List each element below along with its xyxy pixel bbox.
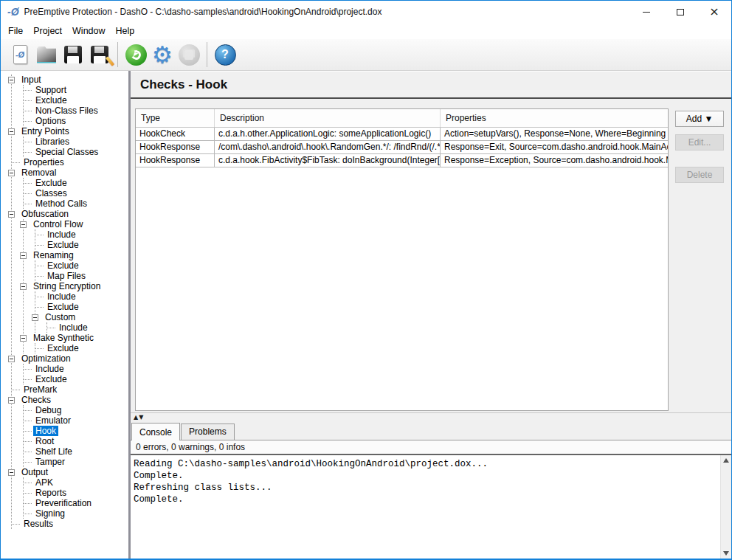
tree-collapse-icon[interactable] [8,77,15,83]
open-project-button[interactable] [33,41,60,68]
tree-item-control-flow[interactable]: Control Flow [24,219,128,229]
tree-item-hook[interactable]: Hook [24,426,128,436]
table-row[interactable]: HookResponse/com\.dasho\.android\.hook\.… [136,141,668,154]
console-scrollbar[interactable] [720,455,731,559]
tree-item-input[interactable]: Input [12,75,128,85]
tree-item-exclude[interactable]: Exclude [35,343,128,353]
close-button[interactable]: × [697,1,731,23]
tree-item-removal[interactable]: Removal [12,167,128,178]
menu-help[interactable]: Help [111,24,140,38]
tree-collapse-icon[interactable] [8,211,15,218]
build-button[interactable]: ⚙ [149,41,176,68]
tree-connector [24,204,32,204]
tree-item-libraries[interactable]: Libraries [24,136,128,147]
tree-item-premark[interactable]: PreMark [12,384,128,395]
tree-item-map-files[interactable]: Map Files [35,271,128,281]
tree-connector [12,162,20,163]
tree-item-support[interactable]: Support [24,85,128,95]
tree-item-checks[interactable]: Checks [12,395,128,405]
tree-item-include[interactable]: Include [24,364,128,374]
save-as-button[interactable] [86,41,113,68]
menu-window[interactable]: Window [67,24,110,38]
tree-connector [35,297,44,297]
tree-collapse-icon[interactable] [20,252,27,259]
tree-item-shelf-life[interactable]: Shelf Life [24,446,128,457]
tree-item-label: Method Calls [33,198,89,209]
tree-item-string-encryption[interactable]: String Encryption [24,281,128,291]
tree-item-exclude[interactable]: Exclude [35,240,128,250]
tree-item-output[interactable]: Output [12,467,128,477]
tree-collapse-icon[interactable] [8,356,15,362]
tree-item-exclude[interactable]: Exclude [24,178,128,188]
tree-item-options[interactable]: Options [24,116,128,126]
tree-item-non-class-files[interactable]: Non-Class Files [24,106,128,116]
tree-item-special-classes[interactable]: Special Classes [24,147,128,157]
tree-item-reports[interactable]: Reports [24,488,128,498]
tree-item-properties[interactable]: Properties [12,157,128,167]
tree-collapse-icon[interactable] [8,397,15,404]
tree-collapse-icon[interactable] [8,128,15,135]
maximize-button[interactable] [663,1,697,23]
toolbar-separator [117,42,118,67]
tree-collapse-icon[interactable] [8,469,15,476]
minimize-button[interactable] [629,1,663,23]
tree-item-obfuscation[interactable]: Obfuscation [12,209,128,219]
new-project-icon: -Ø [13,45,27,64]
scroll-up-icon[interactable] [723,458,729,463]
tree-item-signing[interactable]: Signing [24,508,128,519]
tree-collapse-icon[interactable] [20,283,27,290]
scroll-down-icon[interactable] [723,551,729,556]
table-cell: c.d.a.h.other.ApplicationLogic: someAppl… [215,128,441,140]
stop-button[interactable] [176,41,202,68]
tree-item-include[interactable]: Include [47,322,128,333]
tree-item-classes[interactable]: Classes [24,188,128,198]
tree-item-custom[interactable]: Custom [35,312,128,322]
tab-console[interactable]: Console [131,423,180,440]
tree-item-exclude[interactable]: Exclude [35,302,128,312]
collapse-down-icon[interactable]: ▼ [139,414,144,421]
help-button[interactable]: ? [212,41,238,68]
tree-connector [24,90,32,91]
tree-item-debug[interactable]: Debug [24,405,128,415]
tree-item-exclude[interactable]: Exclude [24,95,128,106]
tree-collapse-icon[interactable] [20,221,27,228]
new-project-button[interactable]: -Ø [7,41,33,68]
tree-item-tamper[interactable]: Tamper [24,457,128,467]
column-header-type[interactable]: Type [136,109,215,127]
edit-button[interactable]: Edit... [675,134,724,151]
console-output[interactable]: Reading C:\dasho-samples\android\Hooking… [131,455,731,559]
tree-item-emulator[interactable]: Emulator [24,415,128,426]
column-header-description[interactable]: Description [215,109,441,127]
tree-item-exclude[interactable]: Exclude [24,374,128,384]
tree-collapse-icon[interactable] [8,170,15,176]
column-header-properties[interactable]: Properties [441,109,668,127]
tree-item-results[interactable]: Results [12,519,128,529]
tree-item-apk[interactable]: APK [24,477,128,488]
tree-item-preverification[interactable]: Preverification [24,498,128,508]
add-button[interactable]: Add ▼ [675,111,724,127]
table-row[interactable]: HookResponsec.d.a.hook.FibActivity$FibTa… [136,154,668,167]
menu-file[interactable]: File [3,24,28,38]
tree-collapse-icon[interactable] [20,335,27,342]
refresh-icon [125,44,147,66]
tree-item-label: Exclude [33,95,69,106]
tree-collapse-icon[interactable] [32,314,38,321]
tab-problems[interactable]: Problems [181,424,235,440]
menu-project[interactable]: Project [28,24,67,38]
tree-item-method-calls[interactable]: Method Calls [24,198,128,209]
tree-item-include[interactable]: Include [35,291,128,302]
tree-item-optimization[interactable]: Optimization [12,353,128,364]
tree-item-include[interactable]: Include [35,229,128,240]
tree-connector [24,493,32,494]
tree-item-renaming[interactable]: Renaming [24,250,128,260]
delete-button[interactable]: Delete [675,167,724,183]
console-line: Complete. [134,470,718,482]
table-row[interactable]: HookCheckc.d.a.h.other.ApplicationLogic:… [136,128,668,141]
help-icon: ? [215,44,236,66]
save-button[interactable] [60,41,86,68]
refresh-button[interactable] [122,41,149,68]
tree-item-exclude[interactable]: Exclude [35,260,128,271]
tree-item-entry-points[interactable]: Entry Points [12,126,128,136]
tree-item-root[interactable]: Root [24,436,128,446]
tree-item-make-synthetic[interactable]: Make Synthetic [24,333,128,343]
